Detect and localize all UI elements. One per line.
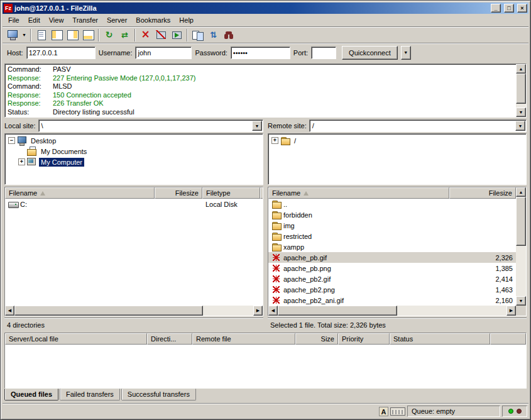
file-row[interactable]: img — [268, 220, 516, 231]
file-row[interactable]: apache_pb2.gif2,414 — [268, 274, 516, 284]
menu-item-view[interactable]: View — [45, 14, 68, 26]
expand-icon[interactable]: + — [271, 137, 278, 144]
remote-site-value: / — [312, 122, 314, 130]
site-manager-button[interactable] — [4, 28, 20, 43]
log-prefix: Response: — [8, 91, 53, 100]
scroll-right-button[interactable]: ▶ — [506, 306, 516, 316]
file-row[interactable]: .. — [268, 199, 516, 209]
column-header-serverlocalfile[interactable]: Server/Local file — [5, 333, 147, 345]
host-input[interactable] — [26, 47, 96, 59]
tab-queued-files[interactable]: Queued files — [4, 389, 58, 401]
column-header-remotefile[interactable]: Remote file — [192, 333, 295, 345]
scrollbar-track[interactable] — [203, 306, 253, 316]
port-input[interactable] — [311, 47, 336, 59]
expander-placeholder — [18, 148, 25, 155]
scrollbar-track[interactable] — [516, 246, 526, 296]
toggle-queue-button[interactable] — [80, 28, 96, 43]
menu-item-server[interactable]: Server — [102, 14, 131, 26]
site-manager-dropdown-button[interactable]: ▼ — [20, 28, 28, 43]
scrollbar-thumb[interactable] — [278, 306, 397, 316]
column-header-filename[interactable]: Filename — [5, 187, 155, 199]
tab-failed-transfers[interactable]: Failed transfers — [60, 389, 120, 401]
file-row[interactable]: apache_pb.png1,385 — [268, 263, 516, 274]
transfer-type-indicator-icon[interactable]: A — [379, 407, 388, 416]
menu-item-bookmarks[interactable]: Bookmarks — [131, 14, 175, 26]
column-header-size[interactable]: Size — [295, 333, 338, 345]
local-horizontal-scrollbar[interactable]: ◀ ▶ — [5, 306, 263, 316]
chevron-down-icon[interactable]: ▼ — [252, 121, 262, 131]
quickconnect-dropdown-button[interactable]: ▼ — [401, 46, 411, 60]
disconnect-button[interactable] — [153, 28, 169, 43]
file-row[interactable]: restricted — [268, 231, 516, 241]
expand-icon[interactable]: + — [18, 158, 25, 165]
log-scrollbar[interactable]: ▲ ▼ — [516, 64, 526, 117]
maximize-button[interactable]: □ — [504, 4, 514, 13]
menu-item-transfer[interactable]: Transfer — [68, 14, 102, 26]
file-row[interactable]: xampp — [268, 241, 516, 252]
tab-successful-transfers[interactable]: Successful transfers — [121, 389, 196, 401]
column-header-filetype[interactable]: Filetype — [202, 187, 260, 199]
column-header-filesize[interactable]: Filesize — [155, 187, 202, 199]
menu-item-edit[interactable]: Edit — [24, 14, 45, 26]
file-row[interactable]: apache_pb2_ani.gif2,160 — [268, 295, 516, 306]
file-row[interactable]: forbidden — [268, 209, 516, 220]
tree-item[interactable]: −Desktop — [6, 135, 261, 146]
synchronized-browsing-button[interactable] — [205, 28, 221, 43]
image-file-icon — [271, 296, 282, 305]
remote-list-body[interactable]: ..forbiddenimgrestrictedxamppapache_pb.g… — [268, 199, 516, 306]
menu-item-help[interactable]: Help — [175, 14, 198, 26]
toggle-message-log-button[interactable] — [33, 28, 49, 43]
password-input[interactable] — [231, 47, 290, 59]
remote-horizontal-scrollbar[interactable]: ◀ ▶ — [268, 306, 516, 316]
remote-site-combo[interactable]: / ▼ — [309, 119, 527, 132]
close-button[interactable]: × — [517, 4, 527, 13]
menu-item-file[interactable]: File — [4, 14, 24, 26]
process-queue-button[interactable] — [117, 28, 133, 43]
local-site-combo[interactable]: \ ▼ — [38, 119, 263, 132]
queue-list[interactable] — [5, 345, 526, 388]
scrollbar-thumb[interactable] — [14, 306, 203, 316]
scroll-up-button[interactable]: ▲ — [516, 187, 526, 197]
scroll-down-button[interactable]: ▼ — [516, 108, 526, 117]
documents-icon — [27, 146, 37, 156]
file-row[interactable]: C:Local Disk — [5, 199, 263, 209]
scroll-up-button[interactable]: ▲ — [516, 64, 526, 74]
remote-directory-tree: +/ — [268, 133, 527, 185]
refresh-button[interactable] — [101, 28, 117, 43]
scroll-right-button[interactable]: ▶ — [253, 306, 263, 316]
username-input[interactable] — [135, 47, 192, 59]
cell-modified — [260, 199, 263, 209]
collapse-icon[interactable]: − — [8, 137, 15, 144]
title-bar[interactable]: Fz john@127.0.0.1 - FileZilla _ □ × — [3, 3, 528, 14]
tree-item[interactable]: My Documents — [6, 146, 261, 157]
column-header-filename[interactable]: Filename — [268, 187, 449, 199]
column-header-status[interactable]: Status — [390, 333, 490, 345]
chevron-down-icon[interactable]: ▼ — [515, 121, 525, 131]
toggle-local-tree-button[interactable] — [49, 28, 65, 43]
reconnect-button[interactable] — [169, 28, 185, 43]
column-header-directi[interactable]: Directi... — [147, 333, 192, 345]
encryption-indicator-icon[interactable] — [390, 407, 405, 416]
scroll-down-button[interactable]: ▼ — [516, 296, 526, 306]
scrollbar-track[interactable] — [397, 306, 506, 316]
find-files-button[interactable] — [221, 28, 237, 43]
directory-comparison-button[interactable] — [190, 28, 205, 43]
local-list-body[interactable]: C:Local Disk — [5, 199, 263, 306]
file-row[interactable]: apache_pb.gif2,326 — [268, 252, 516, 263]
scrollbar-thumb[interactable] — [516, 74, 526, 104]
scroll-left-button[interactable]: ◀ — [5, 306, 14, 316]
cancel-button[interactable] — [138, 28, 153, 43]
scrollbar-thumb[interactable] — [516, 197, 526, 246]
tree-item[interactable]: +/ — [270, 135, 525, 146]
column-header-l[interactable]: L — [260, 187, 263, 199]
vertical-splitter[interactable] — [265, 119, 266, 330]
quickconnect-button[interactable]: Quickconnect — [342, 46, 398, 60]
minimize-button[interactable]: _ — [491, 4, 501, 13]
toggle-remote-tree-button[interactable] — [65, 28, 80, 43]
scroll-left-button[interactable]: ◀ — [268, 306, 278, 316]
column-header-priority[interactable]: Priority — [338, 333, 390, 345]
remote-vertical-scrollbar[interactable]: ▲ ▼ — [516, 187, 526, 306]
column-header-filesize[interactable]: Filesize — [449, 187, 516, 199]
tree-item[interactable]: +My Computer — [6, 157, 261, 167]
file-row[interactable]: apache_pb2.png1,463 — [268, 284, 516, 295]
